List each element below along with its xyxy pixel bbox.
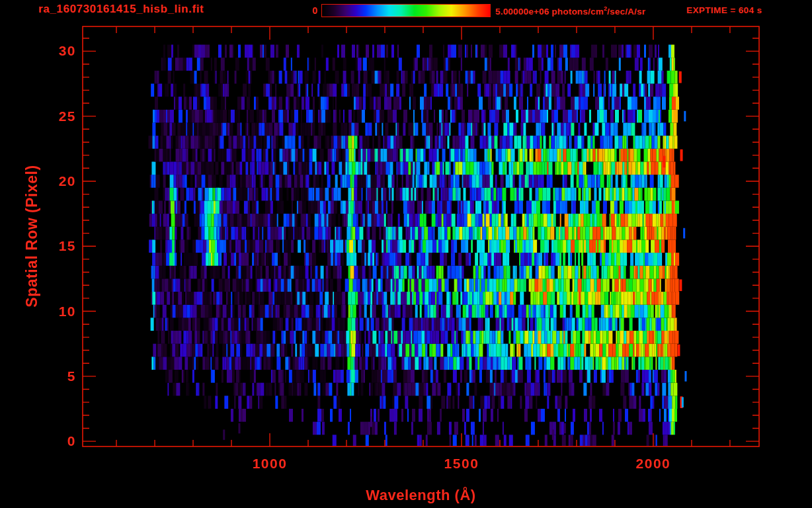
y-tick-label: 25 [31, 108, 76, 124]
colorbar-units-prefix: photons/cm [549, 7, 603, 17]
x-tick-label: 1500 [432, 456, 491, 472]
colorbar-units-suffix: /sec/A/sr [607, 7, 645, 17]
colorbar-gradient [321, 4, 491, 17]
spectral-image-viewer: ra_160730161415_hisb_lin.fit 0 5.00000e+… [0, 0, 812, 508]
colorbar-min-label: 0 [284, 5, 317, 16]
spectrogram-canvas [83, 27, 758, 446]
file-title: ra_160730161415_hisb_lin.fit [38, 3, 204, 16]
y-tick-label: 0 [31, 433, 76, 449]
colorbar-max-value: 5.00000e+06 [495, 7, 549, 17]
x-tick-label: 1000 [240, 456, 300, 472]
exptime-label: EXPTIME = 604 s [686, 5, 762, 15]
colorbar-max-label: 5.00000e+06 photons/cm2/sec/A/sr [495, 5, 645, 17]
y-axis-title: Spatial Row (Pixel) [23, 165, 41, 307]
y-tick-label: 5 [31, 368, 76, 384]
x-axis-title: Wavelength (Å) [83, 487, 759, 504]
x-tick-label: 2000 [624, 456, 683, 472]
y-tick-label: 30 [31, 43, 76, 59]
